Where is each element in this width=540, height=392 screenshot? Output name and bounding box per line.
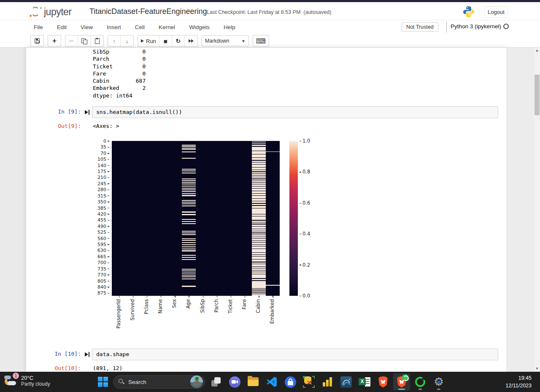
cell-type-select[interactable]: Markdown▼	[202, 35, 249, 46]
code-input-area[interactable]: data.shape	[92, 349, 498, 360]
menu-file[interactable]: File	[34, 24, 43, 30]
output-prompt: Out[9]:	[26, 123, 81, 129]
database-tools-button[interactable]	[300, 373, 317, 390]
partly-cloudy-night-icon: 1	[3, 373, 18, 388]
ytick-label: 490	[76, 223, 109, 229]
heatmap-ytick-labels: 0357010514017521024528031535038542045549…	[76, 141, 109, 296]
ytick-label: 700	[76, 260, 109, 265]
copy-cells-button[interactable]	[78, 35, 91, 46]
ytick-label: 350	[76, 199, 109, 205]
ytick-label: 455	[76, 217, 109, 223]
vertical-scrollbar[interactable]: ▲ ▼	[534, 48, 540, 372]
menubar: FileEditViewInsertCellKernelWidgetsHelp …	[0, 20, 540, 34]
restart-run-all-button[interactable]	[185, 35, 197, 46]
move-cell-up-button[interactable]: ↑	[108, 35, 121, 46]
menu-widgets[interactable]: Widgets	[189, 24, 210, 30]
file-explorer-button[interactable]	[245, 373, 262, 390]
notebook-header: jupyter TitanicDataset-FeatureEngineerin…	[0, 2, 540, 20]
cut-cells-button[interactable]: ✂	[65, 35, 78, 46]
heatmap-column-ticket	[224, 141, 238, 296]
paste-cells-button[interactable]	[91, 35, 103, 46]
scrollbar-thumb[interactable]	[535, 75, 540, 115]
excel-button[interactable]: X	[356, 373, 373, 390]
interrupt-kernel-button[interactable]: ■	[159, 35, 172, 46]
start-button[interactable]	[94, 373, 111, 390]
vscode-button[interactable]	[263, 373, 280, 390]
heatmap-column-sibsp	[196, 141, 210, 296]
notebook-title[interactable]: TitanicDataset-FeatureEngineering	[89, 7, 207, 16]
open-command-palette-button[interactable]: ⌨	[253, 35, 269, 46]
code-input-area[interactable]: sns.heatmap(data.isnull())	[92, 106, 498, 118]
logout-button[interactable]: Logout	[484, 6, 508, 18]
ytick-label: 35	[76, 144, 109, 150]
green-ring-icon	[415, 377, 425, 387]
database-admin-button[interactable]	[338, 373, 354, 390]
heatmap-column-parch	[210, 141, 224, 296]
scrollbar-down-arrow-icon[interactable]: ▼	[534, 366, 540, 372]
menu-items: FileEditViewInsertCellKernelWidgetsHelp	[34, 20, 235, 34]
add-cell-button[interactable]: +	[48, 35, 61, 46]
chat-button[interactable]	[226, 373, 243, 390]
weather-widget[interactable]: 1 20°C Partly cloudy	[3, 373, 50, 388]
search-daily-image-duck	[190, 376, 203, 388]
scrollbar-up-arrow-icon[interactable]: ▲	[534, 48, 540, 54]
cell-run-marker-icon[interactable]	[85, 352, 89, 357]
ytick-label: 385	[76, 205, 109, 211]
active-app-indicator	[398, 389, 405, 390]
ytick-label: 210	[76, 175, 109, 180]
running-app-indicator	[418, 389, 422, 390]
page-gutter	[506, 48, 534, 372]
lock-app-button[interactable]	[282, 373, 299, 390]
save-button[interactable]	[31, 35, 43, 46]
power-bi-button[interactable]	[319, 373, 336, 390]
brave-button[interactable]	[375, 373, 392, 390]
output-prompt: Out[10]:	[26, 365, 81, 371]
ytick-label: 665	[76, 254, 109, 259]
ytick-label: 245	[76, 181, 109, 186]
colorbar	[289, 141, 298, 296]
windows-taskbar: 1 20°C Partly cloudy Search	[0, 372, 540, 392]
run-cell-button[interactable]: Run	[138, 35, 159, 46]
running-app-indicator	[437, 389, 440, 390]
ytick-label: 105	[76, 157, 109, 162]
taskbar-clock[interactable]: 19:45 12/11/2023	[505, 374, 532, 389]
chevron-down-icon: ▼	[241, 39, 246, 43]
padlock-icon	[285, 376, 296, 388]
toolbar: + ✂ ↑ ↓ Run ■ ↻ Markdown▼ ⌨	[0, 34, 540, 48]
xtick-label-sibsp: SibSp	[200, 299, 205, 313]
move-cell-down-button[interactable]: ↓	[121, 35, 133, 46]
cell-run-marker-icon[interactable]	[85, 110, 89, 115]
jupyter-logo[interactable]: jupyter	[30, 5, 85, 18]
settings-button[interactable]: ⚙	[430, 373, 447, 390]
menu-insert[interactable]: Insert	[107, 24, 121, 30]
output-repr: (891, 12)	[93, 365, 122, 371]
xtick-label-ticket: Ticket	[227, 299, 233, 314]
keyboard-icon: ⌨	[256, 37, 266, 45]
notebook-scroll-area: SibSp 0 Parch 0 Ticket 0 Fare 0 Cabin 68…	[0, 48, 540, 372]
menu-view[interactable]: View	[81, 24, 93, 30]
ytick-label: 280	[76, 187, 109, 192]
task-view-icon	[211, 377, 221, 387]
search-box[interactable]: Search	[113, 375, 205, 389]
ytick-label: 140	[76, 162, 109, 168]
colorbar-tick-label: 0.2	[300, 262, 310, 268]
search-placeholder: Search	[128, 379, 190, 385]
menu-kernel[interactable]: Kernel	[159, 24, 175, 30]
menu-help[interactable]: Help	[224, 24, 235, 30]
capture-app-button[interactable]	[412, 373, 429, 390]
output-repr: <Axes: >	[93, 123, 119, 129]
xtick-label-parch: Parch	[213, 299, 219, 313]
brave-active-window-button[interactable]	[393, 373, 410, 390]
input-prompt: In [9]:	[26, 108, 81, 115]
xtick-label-name: Name	[157, 299, 163, 314]
xtick-label-survived: Survived	[130, 299, 135, 321]
menu-edit[interactable]: Edit	[57, 24, 67, 30]
xtick-label-cabin: Cabin	[255, 299, 261, 313]
fast-forward-icon	[189, 39, 194, 43]
menu-cell[interactable]: Cell	[135, 24, 145, 30]
not-trusted-badge[interactable]: Not Trusted	[402, 22, 438, 32]
jupyter-logo-text: jupyter	[44, 6, 72, 18]
restart-kernel-button[interactable]: ↻	[172, 35, 185, 46]
task-view-button[interactable]	[208, 373, 224, 390]
xtick-label-passengerid: PassengerId	[116, 299, 122, 329]
